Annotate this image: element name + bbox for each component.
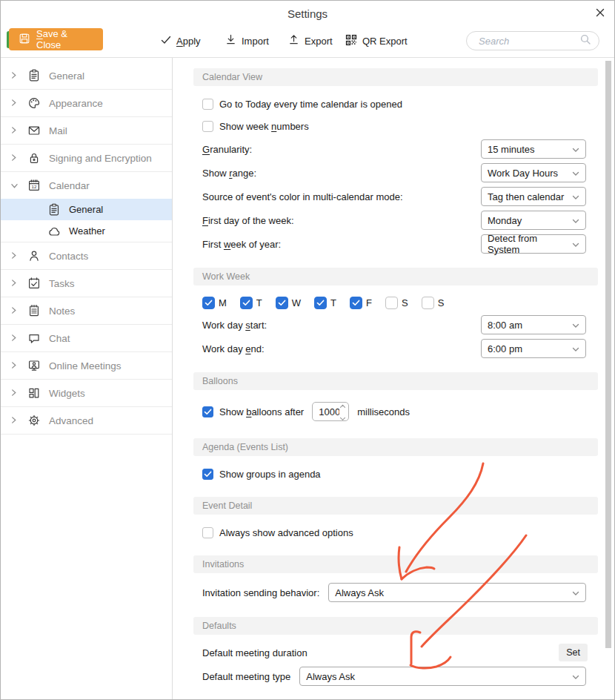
section-header-defaults: Defaults [193, 617, 598, 635]
sidebar-item-label: Calendar [49, 180, 90, 191]
select-chevron-icon [572, 239, 579, 250]
day-toggle[interactable]: T [240, 297, 262, 309]
day-toggle[interactable]: W [276, 297, 301, 309]
day-checkbox[interactable] [240, 297, 253, 309]
day-checkbox[interactable] [385, 297, 398, 309]
spinner-input[interactable] [319, 406, 339, 417]
select-row: Work day start:8:00 am [193, 313, 598, 337]
chevron-right-icon [10, 386, 17, 400]
sidebar-subitem-calendar-general[interactable]: General [1, 199, 172, 220]
scrollbar-thumb[interactable] [605, 61, 611, 648]
search-input[interactable] [477, 35, 579, 47]
wide-select-label: Default meeting type [202, 671, 290, 682]
day-checkbox[interactable] [314, 297, 327, 309]
dropdown[interactable]: Detect from System [481, 234, 586, 254]
day-toggle[interactable]: M [202, 297, 227, 309]
sidebar-group-notes: Notes [1, 297, 172, 325]
import-label: Import [242, 36, 269, 47]
day-toggle[interactable]: S [385, 297, 408, 309]
select-row: First day of the week:Monday [193, 208, 598, 232]
dropdown-wide[interactable]: Always Ask [299, 667, 586, 686]
dropdown[interactable]: Tag then calendar [481, 187, 586, 206]
number-spinner[interactable] [312, 402, 349, 421]
day-checkbox[interactable] [276, 297, 288, 309]
sidebar-item-contacts[interactable]: Contacts [1, 242, 172, 269]
sidebar-item-online-meetings[interactable]: Online Meetings [1, 352, 172, 379]
sidebar-item-label: Widgets [49, 388, 85, 399]
day-checkbox[interactable] [422, 297, 434, 309]
sidebar-group-general: General [1, 62, 172, 90]
sidebar-subitem-calendar-weather[interactable]: Weather [1, 220, 172, 242]
save-close-button[interactable]: Save & Close [9, 28, 103, 50]
chevron-right-icon [10, 69, 17, 82]
select-chevron-icon [572, 168, 579, 179]
day-toggle[interactable]: F [350, 297, 372, 309]
dropdown-value: 8:00 am [488, 320, 522, 331]
envelope-icon [27, 124, 41, 137]
speech-bubble-icon [27, 331, 41, 345]
sidebar-item-tasks[interactable]: Tasks [1, 270, 172, 297]
sidebar-item-appearance[interactable]: Appearance [1, 90, 172, 116]
clipboard-icon [47, 203, 61, 217]
wide-select-row: Default meeting typeAlways Ask [193, 664, 598, 689]
spinner-arrows[interactable] [339, 400, 346, 423]
sidebar-item-label: Notes [49, 306, 75, 317]
export-button[interactable]: Export [288, 32, 333, 50]
sidebar-subitem-label: General [69, 204, 103, 215]
sidebar-item-chat[interactable]: Chat [1, 325, 172, 351]
checkbox[interactable] [202, 121, 213, 132]
day-label: F [366, 297, 372, 308]
select-row-label: First week of year: [202, 239, 481, 250]
set-button[interactable]: Set [559, 644, 588, 661]
chevron-right-icon [10, 331, 17, 345]
import-button[interactable]: Import [225, 32, 269, 50]
sidebar-item-calendar[interactable]: 12Calendar [1, 172, 172, 199]
check-white-icon [352, 297, 360, 308]
dropdown-wide[interactable]: Always Ask [328, 583, 586, 602]
dropdown[interactable]: Work Day Hours [481, 163, 586, 182]
sidebar: GeneralAppearanceMailSigning and Encrypt… [1, 58, 173, 699]
sidebar-item-notes[interactable]: Notes [1, 297, 172, 324]
day-checkbox[interactable] [202, 297, 215, 309]
select-row-label: Granularity: [202, 144, 481, 155]
checkbox[interactable] [202, 469, 213, 480]
sidebar-item-widgets[interactable]: Widgets [1, 380, 172, 406]
checkbox[interactable] [202, 99, 213, 110]
action-row: Default meeting durationSet [193, 641, 598, 664]
close-button[interactable] [593, 6, 608, 21]
checkbox[interactable] [202, 406, 213, 417]
day-toggle[interactable]: S [422, 297, 445, 309]
sidebar-group-appearance: Appearance [1, 90, 172, 117]
day-label: M [219, 297, 227, 308]
spinner-row-label: Show balloons after [219, 406, 304, 417]
sidebar-item-signing-and-encryption[interactable]: Signing and Encryption [1, 145, 172, 171]
chevron-right-icon [10, 124, 17, 137]
apply-button[interactable]: Apply [161, 32, 201, 50]
select-chevron-icon [572, 343, 579, 354]
sidebar-group-mail: Mail [1, 117, 172, 145]
day-checkbox[interactable] [350, 297, 362, 309]
qr-export-button[interactable]: QR Export [345, 32, 408, 50]
dropdown[interactable]: Monday [481, 211, 586, 230]
section-event-detail: Event DetailAlways show advanced options [193, 497, 598, 544]
sidebar-item-mail[interactable]: Mail [1, 117, 172, 144]
checkbox[interactable] [202, 527, 213, 538]
dropdown[interactable]: 8:00 am [481, 315, 586, 334]
sidebar-group-chat: Chat [1, 325, 172, 352]
day-toggle[interactable]: T [314, 297, 336, 309]
floppy-disk-icon [19, 33, 30, 47]
cloud-icon [47, 225, 61, 238]
calendar-check-icon [27, 277, 41, 290]
sidebar-item-advanced[interactable]: Advanced [1, 407, 172, 434]
sidebar-item-general[interactable]: General [1, 62, 172, 89]
lock-icon [27, 151, 41, 165]
title-bar: Settings [1, 1, 614, 26]
select-row: Work day end:6:00 pm [193, 337, 598, 360]
search-box[interactable] [466, 31, 599, 50]
sidebar-group-contacts: Contacts [1, 242, 172, 270]
check-white-icon [204, 406, 212, 417]
sidebar-group-calendar: 12CalendarGeneralWeather [1, 172, 172, 242]
dropdown[interactable]: 6:00 pm [481, 339, 586, 358]
dropdown[interactable]: 15 minutes [481, 139, 586, 159]
action-row-label: Default meeting duration [202, 647, 559, 658]
